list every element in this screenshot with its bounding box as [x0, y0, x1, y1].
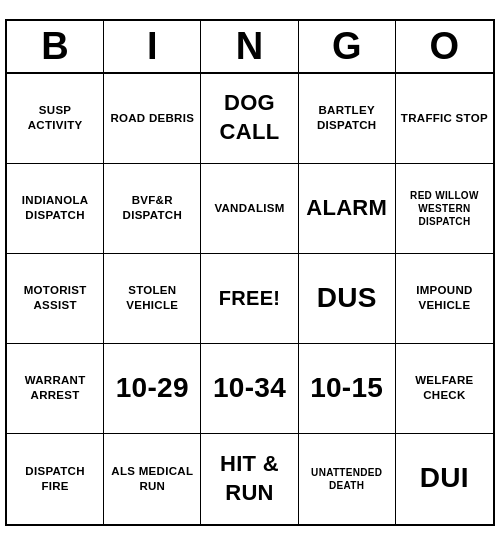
cell-text-0: SUSP ACTIVITY	[11, 103, 99, 133]
bingo-cell-19[interactable]: WELFARE CHECK	[396, 344, 493, 434]
cell-text-23: UNATTENDED DEATH	[303, 466, 391, 492]
bingo-cell-6[interactable]: BVF&R DISPATCH	[104, 164, 201, 254]
bingo-header: BINGO	[7, 21, 493, 74]
bingo-letter-g: G	[299, 21, 396, 72]
bingo-letter-b: B	[7, 21, 104, 72]
cell-text-1: ROAD DEBRIS	[110, 111, 194, 126]
cell-text-20: DISPATCH FIRE	[11, 464, 99, 494]
bingo-cell-18[interactable]: 10-15	[299, 344, 396, 434]
cell-text-2: DOG CALL	[205, 89, 293, 146]
cell-text-9: RED WILLOW WESTERN DISPATCH	[400, 189, 489, 228]
bingo-cell-21[interactable]: ALS MEDICAL RUN	[104, 434, 201, 524]
cell-text-17: 10-34	[213, 370, 286, 406]
bingo-cell-24[interactable]: DUI	[396, 434, 493, 524]
bingo-cell-11[interactable]: STOLEN VEHICLE	[104, 254, 201, 344]
bingo-cell-10[interactable]: MOTORIST ASSIST	[7, 254, 104, 344]
bingo-cell-3[interactable]: BARTLEY DISPATCH	[299, 74, 396, 164]
cell-text-5: INDIANOLA DISPATCH	[11, 193, 99, 223]
cell-text-10: MOTORIST ASSIST	[11, 283, 99, 313]
bingo-cell-9[interactable]: RED WILLOW WESTERN DISPATCH	[396, 164, 493, 254]
cell-text-15: WARRANT ARREST	[11, 373, 99, 403]
bingo-cell-15[interactable]: WARRANT ARREST	[7, 344, 104, 434]
cell-text-16: 10-29	[116, 370, 189, 406]
bingo-card: BINGO SUSP ACTIVITYROAD DEBRISDOG CALLBA…	[5, 19, 495, 526]
bingo-cell-8[interactable]: ALARM	[299, 164, 396, 254]
cell-text-12: Free!	[219, 285, 281, 311]
bingo-cell-12[interactable]: Free!	[201, 254, 298, 344]
bingo-cell-4[interactable]: TRAFFIC STOP	[396, 74, 493, 164]
bingo-cell-23[interactable]: UNATTENDED DEATH	[299, 434, 396, 524]
cell-text-24: DUI	[420, 460, 469, 496]
bingo-letter-o: O	[396, 21, 493, 72]
bingo-letter-i: I	[104, 21, 201, 72]
bingo-cell-1[interactable]: ROAD DEBRIS	[104, 74, 201, 164]
cell-text-18: 10-15	[310, 370, 383, 406]
cell-text-14: IMPOUND VEHICLE	[400, 283, 489, 313]
bingo-cell-0[interactable]: SUSP ACTIVITY	[7, 74, 104, 164]
bingo-grid: SUSP ACTIVITYROAD DEBRISDOG CALLBARTLEY …	[7, 74, 493, 524]
cell-text-19: WELFARE CHECK	[400, 373, 489, 403]
bingo-cell-16[interactable]: 10-29	[104, 344, 201, 434]
bingo-cell-22[interactable]: HIT & RUN	[201, 434, 298, 524]
bingo-cell-5[interactable]: INDIANOLA DISPATCH	[7, 164, 104, 254]
cell-text-21: ALS MEDICAL RUN	[108, 464, 196, 494]
cell-text-22: HIT & RUN	[205, 450, 293, 507]
cell-text-3: BARTLEY DISPATCH	[303, 103, 391, 133]
bingo-cell-13[interactable]: DUS	[299, 254, 396, 344]
bingo-cell-7[interactable]: VANDALISM	[201, 164, 298, 254]
cell-text-7: VANDALISM	[214, 201, 284, 216]
bingo-cell-17[interactable]: 10-34	[201, 344, 298, 434]
bingo-cell-2[interactable]: DOG CALL	[201, 74, 298, 164]
cell-text-13: DUS	[317, 280, 377, 316]
bingo-cell-14[interactable]: IMPOUND VEHICLE	[396, 254, 493, 344]
cell-text-6: BVF&R DISPATCH	[108, 193, 196, 223]
cell-text-11: STOLEN VEHICLE	[108, 283, 196, 313]
cell-text-8: ALARM	[306, 194, 387, 223]
cell-text-4: TRAFFIC STOP	[401, 111, 488, 126]
bingo-letter-n: N	[201, 21, 298, 72]
bingo-cell-20[interactable]: DISPATCH FIRE	[7, 434, 104, 524]
